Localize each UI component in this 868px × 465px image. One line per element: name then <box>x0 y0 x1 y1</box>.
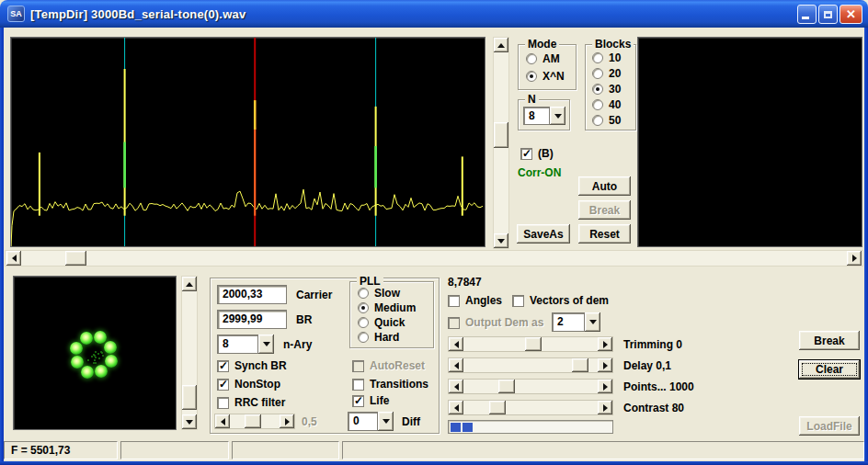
radio-pll-hard[interactable]: Hard <box>358 331 399 344</box>
saveas-button[interactable]: SaveAs <box>517 224 570 244</box>
slider-right-button[interactable] <box>598 380 612 393</box>
radio-blocks-40[interactable]: 40 <box>592 98 621 111</box>
checkbox-icon[interactable] <box>448 295 460 307</box>
radio-pll-medium[interactable]: Medium <box>358 301 416 314</box>
nary-combobox-value: 8 <box>217 335 258 354</box>
checkbox-icon[interactable] <box>352 379 364 391</box>
radio-icon[interactable] <box>358 317 369 328</box>
scroll-thumb[interactable] <box>182 385 197 410</box>
dropdown-button[interactable] <box>550 107 565 125</box>
synch-br-checkbox[interactable]: Synch BR <box>217 359 287 372</box>
delay-slider[interactable] <box>448 357 613 373</box>
rrc-filter-label: RRC filter <box>234 396 285 409</box>
slider-thumb[interactable] <box>572 358 588 372</box>
reset-button[interactable]: Reset <box>578 224 631 244</box>
close-button[interactable]: ✕ <box>839 5 862 24</box>
dropdown-button[interactable] <box>258 335 274 354</box>
horizontal-scrollbar[interactable] <box>5 250 863 267</box>
checkbox-icon[interactable] <box>520 148 532 160</box>
slider-thumb[interactable] <box>525 337 542 351</box>
checkbox-icon[interactable] <box>217 397 229 409</box>
nary-combobox[interactable]: 8 <box>217 335 274 354</box>
auto-button[interactable]: Auto <box>578 176 631 196</box>
scroll-down-button[interactable] <box>494 233 508 248</box>
slider-right-button[interactable] <box>598 401 612 414</box>
slider-left-button[interactable] <box>449 380 463 393</box>
slider-thumb[interactable] <box>498 380 515 393</box>
checkbox-icon[interactable] <box>217 379 229 391</box>
rrc-rolloff-value: 0,5 <box>302 415 317 428</box>
life-checkbox[interactable]: Life <box>352 394 389 407</box>
b-checkbox[interactable]: (B) <box>520 147 554 160</box>
title-bar[interactable]: SA [TempDir] 3000Bd_serial-tone(0).wav ✕ <box>0 0 868 28</box>
window-border-left <box>0 28 4 461</box>
points-slider[interactable] <box>448 379 613 394</box>
radio-icon[interactable] <box>592 52 603 63</box>
radio-icon[interactable] <box>358 302 369 313</box>
nonstop-checkbox[interactable]: NonStop <box>217 378 280 391</box>
slider-thumb[interactable] <box>245 414 261 428</box>
diff-combobox[interactable]: 0 <box>348 412 394 431</box>
arrow-down-icon <box>186 420 193 425</box>
radio-icon[interactable] <box>592 115 603 126</box>
n-combobox[interactable]: 8 <box>523 107 565 125</box>
slider-right-button[interactable] <box>598 358 612 372</box>
maximize-button[interactable] <box>818 5 838 24</box>
constellation-display[interactable] <box>13 276 177 430</box>
radio-icon[interactable] <box>526 71 537 82</box>
scroll-thumb[interactable] <box>65 251 86 266</box>
output-dem-combobox[interactable]: 2 <box>552 312 600 332</box>
radio-mode-am[interactable]: AM <box>526 52 560 65</box>
radio-icon[interactable] <box>358 288 369 299</box>
spectrum-vertical-scrollbar[interactable] <box>493 37 509 249</box>
br-input[interactable]: 2999,99 <box>217 310 287 329</box>
radio-blocks-50[interactable]: 50 <box>592 114 621 127</box>
scroll-thumb[interactable] <box>494 122 508 148</box>
scroll-right-button[interactable] <box>847 251 862 266</box>
scroll-down-button[interactable] <box>182 414 197 429</box>
radio-icon[interactable] <box>592 68 603 79</box>
radio-label: X^N <box>542 70 565 83</box>
checkbox-icon[interactable] <box>352 395 364 407</box>
slider-left-button[interactable] <box>449 337 463 351</box>
constellation-noise <box>91 356 93 357</box>
contrast-slider[interactable] <box>448 400 613 415</box>
radio-icon[interactable] <box>526 53 537 64</box>
constellation-vertical-scrollbar[interactable] <box>181 276 198 430</box>
secondary-display[interactable] <box>637 37 862 247</box>
spectrum-display[interactable] <box>10 37 485 247</box>
vectors-of-dem-checkbox[interactable]: Vectors of dem <box>512 294 609 307</box>
slider-right-button[interactable] <box>280 414 294 428</box>
rrc-rolloff-slider[interactable] <box>214 414 295 429</box>
transitions-checkbox[interactable]: Transitions <box>352 378 428 391</box>
b-checkbox-label: (B) <box>538 147 554 160</box>
checkbox-icon[interactable] <box>512 295 524 307</box>
slider-thumb[interactable] <box>489 401 506 414</box>
checkbox-icon[interactable] <box>217 360 229 372</box>
scroll-left-button[interactable] <box>6 251 21 266</box>
scroll-up-button[interactable] <box>494 38 508 52</box>
radio-icon[interactable] <box>358 332 369 343</box>
angles-checkbox[interactable]: Angles <box>448 294 502 307</box>
trimming-slider[interactable] <box>448 336 613 352</box>
carrier-input[interactable]: 2000,33 <box>217 285 287 304</box>
radio-blocks-30[interactable]: 30 <box>592 83 621 96</box>
radio-mode-xn[interactable]: X^N <box>526 70 565 83</box>
radio-blocks-10[interactable]: 10 <box>592 51 621 64</box>
slider-left-button[interactable] <box>449 401 463 414</box>
dropdown-button[interactable] <box>585 312 600 332</box>
radio-icon[interactable] <box>592 84 603 95</box>
clear-button[interactable]: Clear <box>798 359 861 380</box>
radio-icon[interactable] <box>592 99 603 110</box>
break-button[interactable]: Break <box>799 331 860 350</box>
rrc-filter-checkbox[interactable]: RRC filter <box>217 396 285 409</box>
slider-right-button[interactable] <box>598 337 612 351</box>
dropdown-button[interactable] <box>378 412 394 431</box>
radio-blocks-20[interactable]: 20 <box>592 67 621 80</box>
slider-left-button[interactable] <box>215 414 230 428</box>
radio-pll-quick[interactable]: Quick <box>358 316 405 329</box>
slider-left-button[interactable] <box>449 358 463 372</box>
minimize-button[interactable] <box>797 5 817 24</box>
scroll-up-button[interactable] <box>182 277 197 291</box>
radio-pll-slow[interactable]: Slow <box>358 287 400 300</box>
